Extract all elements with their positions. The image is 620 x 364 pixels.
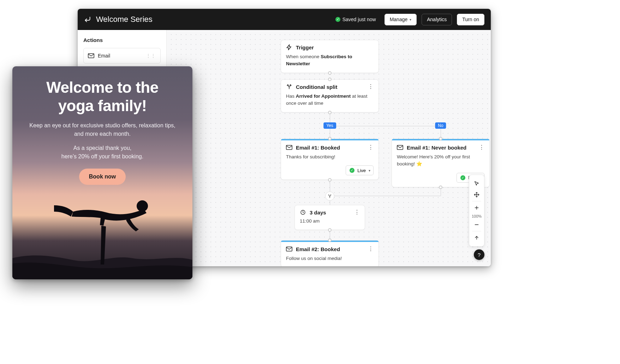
port[interactable] bbox=[328, 111, 332, 114]
node-delay[interactable]: 3 days ⋮ 11:00 am bbox=[294, 205, 365, 230]
analytics-button[interactable]: Analytics bbox=[422, 14, 452, 25]
edge bbox=[330, 201, 330, 205]
status-dropdown[interactable]: ✓ Live ▾ bbox=[346, 165, 374, 175]
node-delay-body: 11:00 am bbox=[295, 218, 365, 230]
chevron-down-icon: ▾ bbox=[369, 169, 370, 172]
port[interactable] bbox=[328, 137, 332, 140]
manage-button[interactable]: Manage ▾ bbox=[384, 14, 417, 25]
help-button[interactable]: ? bbox=[474, 249, 484, 260]
port[interactable] bbox=[439, 186, 442, 189]
port[interactable] bbox=[328, 71, 332, 75]
node-split-title: Conditional split bbox=[296, 84, 338, 90]
turn-on-button-label: Turn on bbox=[462, 17, 479, 22]
check-icon: ✓ bbox=[460, 175, 465, 180]
node-email-booked-title: Email #1: Booked bbox=[296, 145, 340, 151]
zoom-in-button[interactable] bbox=[469, 202, 484, 213]
pointer-tool[interactable] bbox=[469, 178, 484, 189]
clock-icon bbox=[300, 209, 306, 216]
port[interactable] bbox=[328, 228, 332, 232]
node-email-never-booked-title: Email #1: Never booked bbox=[407, 145, 466, 151]
node-split[interactable]: Conditional split ⋮ Has Arrived for Appo… bbox=[281, 79, 379, 113]
zoom-percent: 100% bbox=[472, 213, 482, 219]
zoom-out-button[interactable] bbox=[469, 219, 484, 230]
edge bbox=[334, 196, 441, 196]
analytics-button-label: Analytics bbox=[427, 17, 447, 22]
node-email2[interactable]: Email #2: Booked ⋮ Follow us on social m… bbox=[281, 240, 379, 266]
check-icon: ✓ bbox=[335, 17, 340, 22]
preview-paragraph-1: Keep an eye out for exclusive studio off… bbox=[29, 121, 175, 138]
node-split-body: Has Arrived for Appointment at least onc… bbox=[281, 92, 378, 112]
merge-node[interactable] bbox=[325, 192, 334, 201]
preview-paragraph-2: As a special thank you, here’s 20% off y… bbox=[29, 144, 175, 161]
back-icon[interactable] bbox=[84, 16, 91, 23]
save-status-text: Saved just now bbox=[342, 17, 376, 22]
topbar: Welcome Series ✓ Saved just now Manage ▾… bbox=[78, 9, 491, 30]
actions-heading: Actions bbox=[83, 37, 161, 43]
grip-icon: ⋮⋮ bbox=[146, 55, 156, 57]
node-trigger-title: Trigger bbox=[296, 44, 314, 50]
node-trigger[interactable]: Trigger When someone Subscribes to Newsl… bbox=[281, 40, 379, 73]
status-label: Live bbox=[357, 168, 366, 173]
node-email-booked-body: Thanks for subscribing! bbox=[281, 153, 378, 165]
kebab-icon[interactable]: ⋮ bbox=[368, 84, 374, 90]
mail-icon bbox=[88, 53, 94, 58]
flow-canvas[interactable]: Trigger When someone Subscribes to Newsl… bbox=[167, 30, 491, 266]
pan-tool[interactable] bbox=[469, 189, 484, 200]
branch-yes-label: Yes bbox=[323, 122, 336, 129]
action-email-tile[interactable]: Email ⋮⋮ bbox=[83, 48, 161, 63]
manage-button-label: Manage bbox=[390, 17, 408, 22]
turn-on-button[interactable]: Turn on bbox=[457, 14, 484, 25]
action-email-label: Email bbox=[98, 53, 110, 59]
node-email2-body: Follow us on social media! bbox=[281, 254, 378, 266]
page-title: Welcome Series bbox=[96, 15, 153, 24]
kebab-icon[interactable]: ⋮ bbox=[368, 145, 374, 150]
branch-no-label: No bbox=[435, 122, 446, 129]
yoga-silhouette-image bbox=[12, 184, 192, 279]
kebab-icon[interactable]: ⋮ bbox=[368, 246, 374, 252]
kebab-icon[interactable]: ⋮ bbox=[479, 145, 484, 150]
split-icon bbox=[286, 84, 292, 90]
view-toolbar: 100% bbox=[469, 175, 484, 247]
node-email-booked[interactable]: Email #1: Booked ⋮ Thanks for subscribin… bbox=[281, 139, 379, 180]
save-status: ✓ Saved just now bbox=[335, 17, 376, 22]
mail-icon bbox=[286, 144, 292, 151]
port[interactable] bbox=[328, 78, 332, 81]
scroll-top-button[interactable] bbox=[469, 232, 484, 243]
port[interactable] bbox=[328, 238, 332, 242]
svg-point-5 bbox=[137, 200, 148, 212]
node-trigger-body: When someone Subscribes to Newsletter bbox=[281, 53, 378, 73]
chevron-down-icon: ▾ bbox=[410, 18, 411, 22]
node-email2-title: Email #2: Booked bbox=[296, 246, 340, 252]
check-icon: ✓ bbox=[350, 168, 354, 173]
email-preview-card: Welcome to the yoga family! Keep an eye … bbox=[12, 66, 192, 279]
node-email-never-booked-body: Welcome! Here's 20% off your first booki… bbox=[392, 153, 489, 173]
port[interactable] bbox=[328, 178, 332, 182]
mail-icon bbox=[286, 246, 292, 252]
book-now-button[interactable]: Book now bbox=[79, 169, 126, 185]
node-delay-title: 3 days bbox=[310, 210, 326, 216]
kebab-icon[interactable]: ⋮ bbox=[354, 210, 360, 215]
port[interactable] bbox=[439, 137, 442, 140]
bolt-icon bbox=[286, 44, 292, 50]
mail-icon bbox=[397, 144, 403, 151]
preview-headline: Welcome to the yoga family! bbox=[29, 78, 175, 115]
edge bbox=[330, 126, 441, 126]
